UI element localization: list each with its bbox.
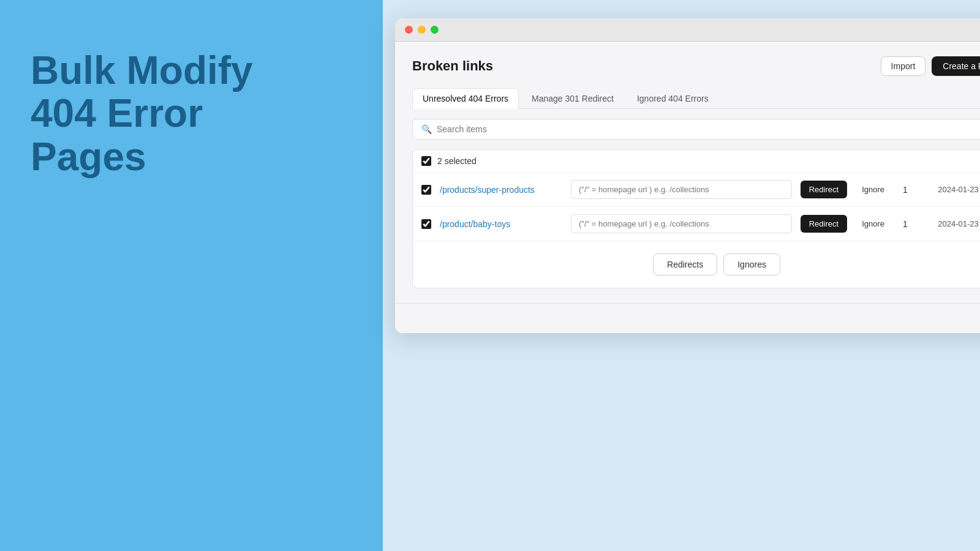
app-window: Broken links Import Create a Redirect Un… (395, 18, 980, 333)
tab-unresolved-404[interactable]: Unresolved 404 Errors (412, 88, 519, 109)
row-link-2[interactable]: /product/baby-toys (440, 219, 562, 229)
table-row: /product/baby-toys Redirect Ignore 1 202… (413, 207, 980, 241)
bulk-ignores-button[interactable]: Ignores (723, 253, 780, 276)
row-checkbox-1[interactable] (421, 185, 431, 195)
maximize-button-icon[interactable] (431, 26, 439, 34)
row-date-1: 2024-01-23 13:35:20 (920, 185, 980, 194)
row-checkbox-2[interactable] (421, 219, 431, 229)
row-ignore-button-1[interactable]: Ignore (856, 181, 891, 198)
selection-row: 2 selected (413, 150, 980, 173)
table-container: 2 selected /products/super-products Redi… (412, 149, 980, 288)
search-icon: 🔍 (421, 124, 432, 134)
select-all-checkbox[interactable] (421, 156, 431, 166)
window-footer: ‹ › (395, 303, 980, 333)
page-title: Broken links (412, 58, 493, 74)
close-button-icon[interactable] (405, 26, 413, 34)
minimize-button-icon[interactable] (418, 26, 426, 34)
row-redirect-button-1[interactable]: Redirect (801, 181, 847, 198)
right-panel: Broken links Import Create a Redirect Un… (383, 0, 980, 551)
row-url-input-2[interactable] (571, 214, 792, 233)
search-input[interactable] (437, 124, 980, 134)
left-panel: Bulk Modify 404 Error Pages (0, 0, 383, 551)
row-count-1: 1 (899, 185, 911, 195)
search-bar: 🔍 (412, 119, 980, 140)
create-redirect-button[interactable]: Create a Redirect (932, 56, 980, 76)
window-body: Broken links Import Create a Redirect Un… (395, 42, 980, 303)
tabs: Unresolved 404 Errors Manage 301 Redirec… (412, 88, 980, 109)
row-ignore-button-2[interactable]: Ignore (856, 215, 891, 233)
hero-title: Bulk Modify 404 Error Pages (31, 49, 253, 178)
selected-count: 2 selected (437, 156, 477, 166)
row-url-input-1[interactable] (571, 180, 792, 199)
tab-ignored-404[interactable]: Ignored 404 Errors (627, 88, 719, 109)
row-date-2: 2024-01-23 13:34:33 (920, 219, 980, 228)
window-titlebar (395, 18, 980, 42)
table-row: /products/super-products Redirect Ignore… (413, 173, 980, 207)
row-link-1[interactable]: /products/super-products (440, 185, 562, 195)
row-redirect-button-2[interactable]: Redirect (801, 215, 847, 233)
bulk-actions: Redirects Ignores (413, 241, 980, 288)
bulk-redirects-button[interactable]: Redirects (653, 253, 717, 276)
tab-manage-301[interactable]: Manage 301 Redirect (521, 88, 624, 109)
header-actions: Import Create a Redirect (881, 56, 980, 76)
import-button[interactable]: Import (881, 56, 926, 76)
page-header: Broken links Import Create a Redirect (412, 56, 980, 76)
row-count-2: 1 (899, 219, 911, 229)
